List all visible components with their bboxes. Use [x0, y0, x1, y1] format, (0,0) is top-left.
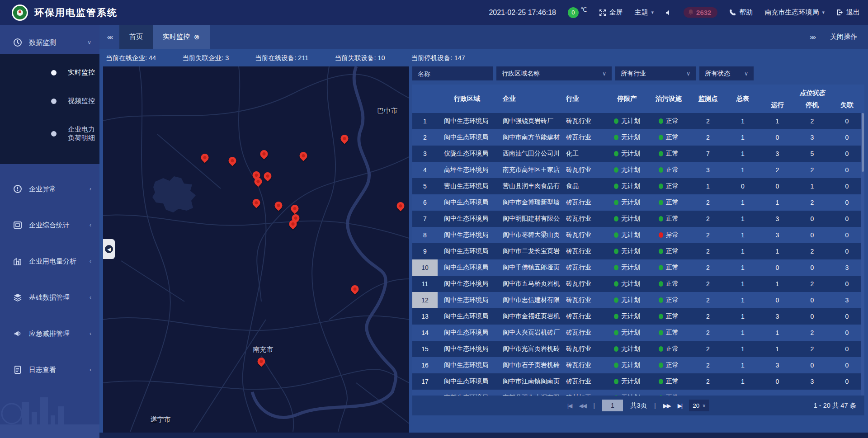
status-ok-dot-icon: [659, 135, 663, 140]
gauge-icon: [13, 38, 23, 47]
run-count-cell: 1: [760, 325, 795, 341]
total-pages-label: 共3页: [630, 401, 647, 410]
table-row[interactable]: 13阆中生态环境局阆中市金福旺页岩机砖砖瓦行业无计划正常21300: [412, 308, 864, 325]
sidebar-group-0[interactable]: 数据监测∨: [0, 31, 99, 54]
region-cell: 阆中生态环境局: [438, 292, 496, 308]
first-page-button[interactable]: |◀: [567, 402, 571, 409]
tab-realtime-monitor[interactable]: 实时监控 ⊗: [153, 25, 210, 49]
stop-count-cell: 0: [795, 292, 830, 308]
sidebar-item-0-2[interactable]: 企业电力负荷明细: [0, 115, 99, 152]
region-filter-select[interactable]: 行政区域名称∨: [496, 66, 612, 80]
next-page-button[interactable]: ▶▶: [663, 402, 670, 409]
datetime-label: 2021-02-25 17:46:18: [489, 9, 556, 17]
row-number: 14: [412, 325, 438, 341]
table-row[interactable]: 10阆中生态环境局阆中千佛镇五郎垭页岩砖瓦行业无计划正常21003: [412, 259, 864, 276]
map[interactable]: 巴中市南充市遂宁市 ◀: [103, 66, 409, 433]
stop-count-cell: 3: [795, 373, 830, 390]
table-row[interactable]: 6阆中生态环境局阆中市金博瑞新型墙材砖瓦行业无计划正常21120: [412, 194, 864, 211]
table-row[interactable]: 1阆中生态环境局阆中强锐页岩砖厂砖瓦行业无计划正常21120: [412, 113, 864, 129]
stop-count-cell: 1: [795, 178, 830, 194]
sidebar-item-0-1[interactable]: 视频监控: [0, 87, 99, 115]
sidebar-group-2[interactable]: 企业综合统计‹: [0, 214, 99, 236]
stop-count-cell: 2: [795, 243, 830, 259]
table-row[interactable]: 16阆中生态环境局阆中市石子页岩机砖厂砖瓦行业无计划正常21300: [412, 357, 864, 373]
table-row[interactable]: 11阆中生态环境局阆中市五马桥页岩机砖砖瓦行业无计划正常21120: [412, 276, 864, 292]
sidebar-group-5[interactable]: 应急减排管理‹: [0, 322, 99, 345]
monitor-count-cell: 2: [690, 243, 726, 259]
meter-count-cell: 1: [726, 357, 760, 373]
status-ok-dot-icon: [614, 297, 618, 303]
table-row[interactable]: 2阆中生态环境局阆中市南方节能建材有砖瓦行业无计划正常21030: [412, 129, 864, 146]
help-button[interactable]: 帮助: [729, 8, 753, 17]
map-panel-collapse-button[interactable]: ◀: [103, 239, 115, 259]
theme-dropdown[interactable]: 主题▾: [635, 8, 654, 17]
bullet-dot-icon: [51, 131, 57, 137]
region-cell: 高坪生态环境局: [438, 162, 496, 178]
meter-count-cell: 1: [726, 243, 760, 259]
table-row[interactable]: 7阆中生态环境局阆中明阳建材有限公司砖瓦行业无计划正常21300: [412, 211, 864, 227]
chevron-down-icon: ∨: [87, 39, 91, 46]
fullscreen-button[interactable]: 全屏: [599, 8, 623, 17]
alert-circle-icon: [13, 184, 23, 193]
prev-page-button[interactable]: ◀◀: [579, 402, 586, 409]
industry-cell: 砖瓦行业: [560, 292, 607, 308]
table-row[interactable]: 9阆中生态环境局阆中市二龙长宝页岩砖砖瓦行业无计划正常21120: [412, 243, 864, 259]
tabs-scroll-left-button[interactable]: ««: [99, 25, 119, 49]
table-row[interactable]: 14阆中生态环境局阆中大兴页岩机砖厂砖瓦行业无计划正常21120: [412, 325, 864, 341]
table-row[interactable]: 8阆中生态环境局阆中市枣碧大梁山页岩砖瓦行业无计划异常21300: [412, 227, 864, 243]
table-row[interactable]: 5营山生态环境局营山县润丰肉食品有限食品无计划正常10010: [412, 178, 864, 194]
sidebar-item-label: 视频监控: [68, 97, 95, 104]
facility-cell: 异常: [647, 227, 690, 243]
stop-count-cell: 0: [795, 357, 830, 373]
filter-bar: 行政区域名称∨ 所有行业∨ 所有状态∨: [412, 66, 864, 85]
table-row[interactable]: 3仪陇生态环境局西南油气田分公司川中化工无计划正常71350: [412, 146, 864, 162]
user-dropdown[interactable]: 南充市生态环境局▾: [764, 8, 825, 17]
page-number-input[interactable]: [602, 400, 623, 411]
sidebar-group-1[interactable]: 企业异常‹: [0, 178, 99, 200]
logout-button[interactable]: 退出: [836, 8, 860, 17]
close-tab-icon[interactable]: ⊗: [194, 33, 200, 41]
monitor-count-cell: 2: [690, 211, 726, 227]
page-size-select[interactable]: 20∨: [689, 400, 709, 411]
name-filter-input[interactable]: [412, 66, 493, 80]
table-row[interactable]: 15阆中生态环境局阆中市光富页岩机砖厂砖瓦行业无计划正常21120: [412, 341, 864, 357]
chevron-left-icon: ‹: [90, 330, 91, 337]
lost-count-cell: 0: [830, 113, 864, 129]
table-row[interactable]: 12阆中生态环境局阆中市忠信建材有限公砖瓦行业无计划正常21003: [412, 292, 864, 308]
table-row[interactable]: 17阆中生态环境局阆中市江南镇阆南页岩砖瓦行业无计划正常21030: [412, 373, 864, 390]
sound-toggle-button[interactable]: [665, 9, 672, 16]
run-count-cell: 0: [760, 259, 795, 276]
chevron-down-icon: ∨: [686, 71, 690, 77]
skyline-decoration: [0, 370, 99, 438]
close-operations-button[interactable]: 关闭操作: [830, 33, 857, 41]
point-status-group-header: 点位状态: [760, 85, 864, 98]
table-scrollbar[interactable]: [861, 113, 864, 396]
region-cell: 阆中生态环境局: [438, 211, 496, 227]
meter-count-cell: 1: [726, 194, 760, 211]
notification-badge[interactable]: 2632: [684, 7, 717, 18]
status-ok-dot-icon: [659, 249, 663, 254]
sidebar-group-3[interactable]: 企业用电量分析‹: [0, 250, 99, 273]
chevron-down-icon: ∨: [602, 71, 606, 77]
status-ok-dot-icon: [659, 379, 663, 384]
tab-home[interactable]: 首页: [119, 25, 153, 49]
status-ok-dot-icon: [659, 346, 663, 352]
sidebar-group-4[interactable]: 基础数据管理‹: [0, 286, 99, 309]
industry-filter-select[interactable]: 所有行业∨: [615, 66, 696, 80]
monitor-count-cell: 2: [690, 259, 726, 276]
layers-icon: [13, 293, 23, 302]
last-page-button[interactable]: ▶|: [678, 402, 682, 409]
status-item-2: 当前在线设备:211: [255, 54, 308, 62]
plan-cell: 无计划: [607, 325, 647, 341]
chevron-down-icon: ▾: [651, 9, 654, 15]
table-row[interactable]: 4高坪生态环境局南充市高坪区王家店建砖瓦行业无计划正常31220: [412, 162, 864, 178]
chevron-left-icon: ‹: [90, 258, 91, 264]
run-count-cell: 0: [760, 373, 795, 390]
status-filter-select[interactable]: 所有状态∨: [699, 66, 754, 80]
tabs-scroll-right-button[interactable]: »»: [810, 33, 815, 41]
exit-icon: [836, 9, 843, 16]
facility-cell: 正常: [647, 325, 690, 341]
sidebar-item-0-0[interactable]: 实时监控: [0, 58, 99, 87]
meter-count-cell: 1: [726, 113, 760, 129]
industry-cell: 砖瓦行业: [560, 113, 607, 129]
